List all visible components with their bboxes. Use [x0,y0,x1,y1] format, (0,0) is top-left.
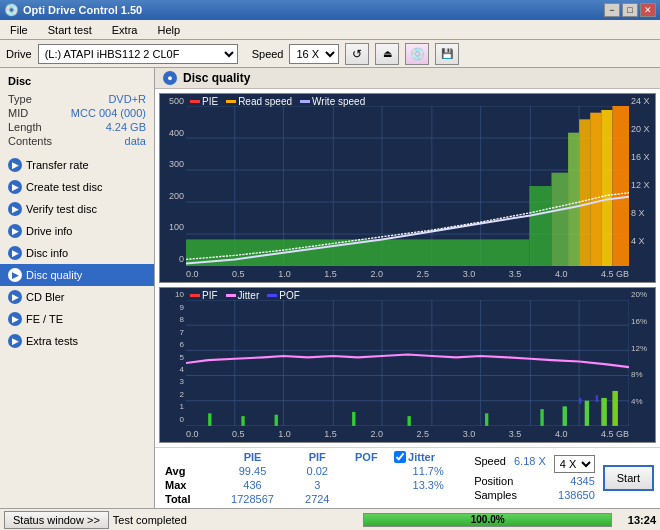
drive-label: Drive [6,48,32,60]
disc-mid-row: MID MCC 004 (000) [8,106,146,120]
bottom-chart-svg [186,300,629,426]
progress-text: 100.0% [364,514,611,526]
sidebar-item-cd-bler[interactable]: ▶ CD Bler [0,286,154,308]
pie-legend-color [190,100,200,103]
drive-info-icon: ▶ [8,224,22,238]
jitter-col-label: Jitter [408,451,435,463]
app-icon: 💿 [4,3,19,17]
speed-label: Speed [252,48,284,60]
svg-rect-46 [585,401,589,426]
start-button[interactable]: Start [603,465,654,491]
stats-col-jitter-header: Jitter [390,450,466,464]
menu-help[interactable]: Help [151,22,186,38]
save-button[interactable]: 💾 [435,43,459,65]
top-chart: PIE Read speed Write speed 500 400 300 [159,93,656,283]
total-pof [343,492,391,506]
sidebar-item-disc-info[interactable]: ▶ Disc info [0,242,154,264]
svg-rect-43 [485,413,488,426]
refresh-button[interactable]: ↺ [345,43,369,65]
disc-mid-label: MID [8,107,28,119]
stats-row-total: Total 1728567 2724 [161,492,466,506]
eject-button[interactable]: ⏏ [375,43,399,65]
samples-value: 138650 [558,489,595,501]
svg-rect-41 [352,412,355,426]
read-speed-legend-label: Read speed [238,96,292,107]
max-pof [343,478,391,492]
disc-mid-value: MCC 004 (000) [71,107,146,119]
minimize-button[interactable]: − [604,3,620,17]
disc-icon-button[interactable]: 💿 [405,43,429,65]
speed-value: 6.18 X [514,455,546,473]
svg-rect-50 [596,395,598,402]
statusbar: Status window >> Test completed 100.0% 1… [0,508,660,530]
disc-quality-header: ● Disc quality [155,68,660,89]
svg-rect-49 [579,398,581,404]
menu-start-test[interactable]: Start test [42,22,98,38]
create-test-disc-icon: ▶ [8,180,22,194]
sidebar-item-drive-info[interactable]: ▶ Drive info [0,220,154,242]
top-chart-xaxis: 0.0 0.5 1.0 1.5 2.0 2.5 3.0 3.5 4.0 4.5 … [186,266,629,282]
stats-table: PIE PIF POF Jitter [161,450,466,506]
drive-select[interactable]: (L:) ATAPI iHBS112 2 CL0F [38,44,238,64]
sidebar-item-label: Disc quality [26,269,82,281]
sidebar-item-extra-tests[interactable]: ▶ Extra tests [0,330,154,352]
sidebar-item-create-test-disc[interactable]: ▶ Create test disc [0,176,154,198]
status-window-button[interactable]: Status window >> [4,511,109,529]
bottom-chart-xaxis: 0.0 0.5 1.0 1.5 2.0 2.5 3.0 3.5 4.0 4.5 … [186,426,629,442]
sidebar-item-transfer-rate[interactable]: ▶ Transfer rate [0,154,154,176]
extra-tests-icon: ▶ [8,334,22,348]
bottom-chart-yaxis-right: 20% 16% 12% 8% 4% [629,288,655,426]
top-chart-yaxis-left: 500 400 300 200 100 0 [160,94,186,266]
content-area: ● Disc quality PIE Read speed [155,68,660,508]
transfer-rate-icon: ▶ [8,158,22,172]
menu-extra[interactable]: Extra [106,22,144,38]
max-label: Max [161,478,213,492]
legend-jitter: Jitter [226,290,260,301]
svg-rect-45 [563,406,567,426]
menu-file[interactable]: File [4,22,34,38]
sidebar-item-fe-te[interactable]: ▶ FE / TE [0,308,154,330]
progress-bar: 100.0% [363,513,612,527]
stats-row-avg: Avg 99.45 0.02 11.7% [161,464,466,478]
disc-type-label: Type [8,93,32,105]
close-button[interactable]: ✕ [640,3,656,17]
svg-rect-47 [601,398,607,426]
maximize-button[interactable]: □ [622,3,638,17]
pof-legend-label: POF [279,290,300,301]
samples-label: Samples [474,489,517,501]
speed-label: Speed [474,455,506,473]
sidebar-item-label: Verify test disc [26,203,97,215]
jitter-legend-color [226,294,236,297]
top-chart-legend: PIE Read speed Write speed [190,96,365,107]
pie-legend-label: PIE [202,96,218,107]
svg-rect-21 [601,110,612,266]
status-text: Test completed [113,514,360,526]
svg-rect-48 [612,391,618,426]
avg-pie: 99.45 [213,464,292,478]
disc-quality-icon: ▶ [8,268,22,282]
total-label: Total [161,492,213,506]
svg-rect-16 [529,186,551,266]
stats-col-empty [161,450,213,464]
titlebar-controls: − □ ✕ [604,3,656,17]
position-row: Position 4345 [474,475,595,487]
legend-pie: PIE [190,96,218,107]
disc-type-value: DVD+R [108,93,146,105]
svg-rect-20 [590,113,601,266]
stats-area: PIE PIF POF Jitter [155,447,660,508]
disc-quality-icon: ● [163,71,177,85]
svg-rect-17 [551,173,568,266]
bottom-chart-yaxis-left: 10 9 8 7 6 5 4 3 2 1 0 [160,288,186,426]
sidebar-item-verify-test-disc[interactable]: ▶ Verify test disc [0,198,154,220]
jitter-checkbox[interactable] [394,451,406,463]
drivebar: Drive (L:) ATAPI iHBS112 2 CL0F Speed 4 … [0,40,660,68]
speed-select[interactable]: 4 X 8 X 12 X 16 X Max [289,44,339,64]
legend-pif: PIF [190,290,218,301]
menubar: File Start test Extra Help [0,20,660,40]
test-speed-select[interactable]: 4 X 8 X [554,455,595,473]
disc-contents-label: Contents [8,135,52,147]
sidebar-buttons: ▶ Transfer rate ▶ Create test disc ▶ Ver… [0,154,154,352]
sidebar-item-disc-quality[interactable]: ▶ Disc quality [0,264,154,286]
app-title: Opti Drive Control 1.50 [23,4,604,16]
disc-info-block: Type DVD+R MID MCC 004 (000) Length 4.24… [0,90,154,154]
